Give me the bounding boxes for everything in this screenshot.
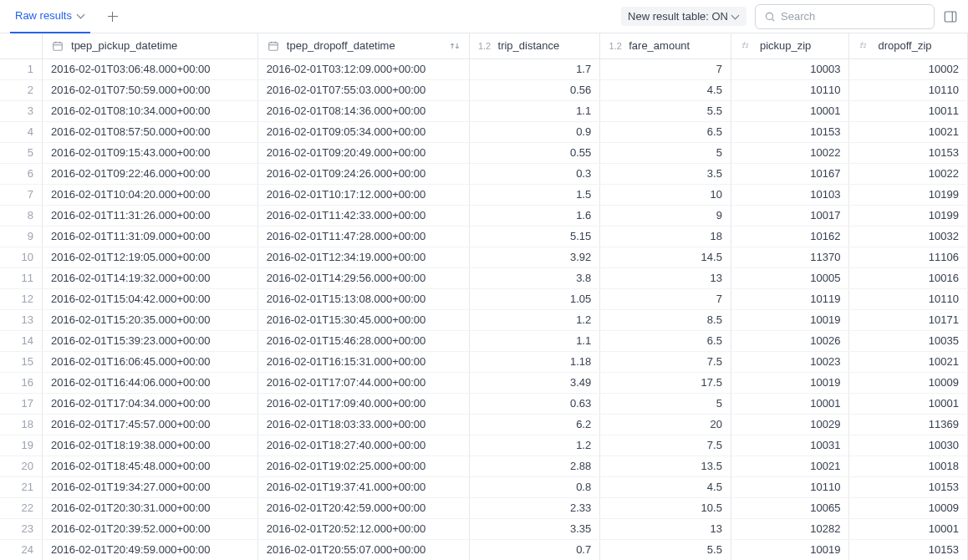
table-row[interactable]: 52016-02-01T09:15:43.000+00:002016-02-01… xyxy=(0,142,968,163)
table-row[interactable]: 152016-02-01T16:06:45.000+00:002016-02-0… xyxy=(0,351,968,372)
cell-dropoff-dt: 2016-02-01T11:42:33.000+00:00 xyxy=(257,205,469,226)
cell-dropoff-zip: 10030 xyxy=(849,435,968,456)
col-header-pickup-dt[interactable]: tpep_pickup_datetime xyxy=(43,33,258,59)
cell-index: 10 xyxy=(0,247,43,267)
table-row[interactable]: 202016-02-01T18:45:48.000+00:002016-02-0… xyxy=(0,456,968,476)
cell-index: 12 xyxy=(0,288,43,309)
cell-dropoff-dt: 2016-02-01T12:34:19.000+00:00 xyxy=(257,247,469,267)
header-row: tpep_pickup_datetime tpep_dropoff_dateti… xyxy=(0,33,968,59)
table-row[interactable]: 192016-02-01T18:19:38.000+00:002016-02-0… xyxy=(0,435,968,456)
cell-trip-distance: 3.92 xyxy=(469,247,600,267)
cell-pickup-zip: 10119 xyxy=(731,288,849,309)
cell-pickup-zip: 10021 xyxy=(731,456,849,476)
table-row[interactable]: 132016-02-01T15:20:35.000+00:002016-02-0… xyxy=(0,309,968,330)
cell-fare-amount: 5.5 xyxy=(600,100,731,121)
cell-fare-amount: 7 xyxy=(600,59,731,79)
cell-index: 15 xyxy=(0,351,43,372)
table-row[interactable]: 12016-02-01T03:06:48.000+00:002016-02-01… xyxy=(0,59,968,79)
cell-fare-amount: 13.5 xyxy=(600,456,731,476)
cell-trip-distance: 1.7 xyxy=(469,59,600,79)
table-row[interactable]: 232016-02-01T20:39:52.000+00:002016-02-0… xyxy=(0,518,968,539)
cell-pickup-dt: 2016-02-01T09:15:43.000+00:00 xyxy=(43,142,258,163)
cell-fare-amount: 6.5 xyxy=(600,121,731,142)
col-header-dropoff-dt[interactable]: tpep_dropoff_datetime xyxy=(257,33,469,59)
cell-dropoff-zip: 10171 xyxy=(849,309,968,330)
table-row[interactable]: 32016-02-01T08:10:34.000+00:002016-02-01… xyxy=(0,100,968,121)
cell-dropoff-dt: 2016-02-01T16:15:31.000+00:00 xyxy=(257,351,469,372)
table-row[interactable]: 112016-02-01T14:19:32.000+00:002016-02-0… xyxy=(0,267,968,288)
cell-dropoff-dt: 2016-02-01T15:30:45.000+00:00 xyxy=(257,309,469,330)
cell-trip-distance: 3.35 xyxy=(469,518,600,539)
cell-pickup-zip: 10026 xyxy=(731,330,849,351)
cell-dropoff-dt: 2016-02-01T15:13:08.000+00:00 xyxy=(257,288,469,309)
cell-index: 13 xyxy=(0,309,43,330)
cell-fare-amount: 10.5 xyxy=(600,497,731,518)
cell-pickup-dt: 2016-02-01T09:22:46.000+00:00 xyxy=(43,163,258,184)
cell-trip-distance: 0.56 xyxy=(469,79,600,100)
table-row[interactable]: 162016-02-01T16:44:06.000+00:002016-02-0… xyxy=(0,372,968,393)
cell-index: 19 xyxy=(0,435,43,456)
search-box[interactable] xyxy=(755,4,935,29)
search-input[interactable] xyxy=(781,10,925,23)
cell-pickup-dt: 2016-02-01T16:44:06.000+00:00 xyxy=(43,372,258,393)
cell-pickup-zip: 10065 xyxy=(731,497,849,518)
result-table-scroll[interactable]: tpep_pickup_datetime tpep_dropoff_dateti… xyxy=(0,33,968,560)
plus-icon[interactable] xyxy=(107,11,119,23)
table-row[interactable]: 42016-02-01T08:57:50.000+00:002016-02-01… xyxy=(0,121,968,142)
table-row[interactable]: 62016-02-01T09:22:46.000+00:002016-02-01… xyxy=(0,163,968,184)
table-row[interactable]: 212016-02-01T19:34:27.000+00:002016-02-0… xyxy=(0,476,968,497)
col-header-dropoff-zip[interactable]: 12 dropoff_zip xyxy=(849,33,968,59)
chevron-down-icon xyxy=(731,13,740,21)
col-header-pickup-zip[interactable]: 12 pickup_zip xyxy=(731,33,849,59)
cell-pickup-dt: 2016-02-01T14:19:32.000+00:00 xyxy=(43,267,258,288)
cell-dropoff-zip: 10009 xyxy=(849,372,968,393)
cell-trip-distance: 2.88 xyxy=(469,456,600,476)
cell-fare-amount: 20 xyxy=(600,414,731,435)
cell-pickup-dt: 2016-02-01T18:19:38.000+00:00 xyxy=(43,435,258,456)
cell-pickup-dt: 2016-02-01T19:34:27.000+00:00 xyxy=(43,476,258,497)
tab-raw-results[interactable]: Raw results xyxy=(10,0,90,33)
table-row[interactable]: 82016-02-01T11:31:26.000+00:002016-02-01… xyxy=(0,205,968,226)
cell-index: 7 xyxy=(0,184,43,205)
cell-pickup-dt: 2016-02-01T17:04:34.000+00:00 xyxy=(43,393,258,414)
cell-pickup-dt: 2016-02-01T10:04:20.000+00:00 xyxy=(43,184,258,205)
table-row[interactable]: 182016-02-01T17:45:57.000+00:002016-02-0… xyxy=(0,414,968,435)
cell-fare-amount: 6.5 xyxy=(600,330,731,351)
cell-dropoff-zip: 10002 xyxy=(849,59,968,79)
cell-pickup-dt: 2016-02-01T18:45:48.000+00:00 xyxy=(43,456,258,476)
table-row[interactable]: 172016-02-01T17:04:34.000+00:002016-02-0… xyxy=(0,393,968,414)
col-header-trip-distance[interactable]: 1.2 trip_distance xyxy=(469,33,600,59)
result-table-toggle[interactable]: New result table: ON xyxy=(621,7,746,26)
table-row[interactable]: 142016-02-01T15:39:23.000+00:002016-02-0… xyxy=(0,330,968,351)
table-row[interactable]: 222016-02-01T20:30:31.000+00:002016-02-0… xyxy=(0,497,968,518)
col-header-index[interactable] xyxy=(0,33,43,59)
cell-index: 9 xyxy=(0,226,43,247)
panel-toggle-icon[interactable] xyxy=(943,9,958,24)
cell-trip-distance: 1.1 xyxy=(469,100,600,121)
col-header-fare-amount[interactable]: 1.2 fare_amount xyxy=(600,33,731,59)
col-label: tpep_pickup_datetime xyxy=(71,39,177,52)
cell-pickup-dt: 2016-02-01T03:06:48.000+00:00 xyxy=(43,59,258,79)
table-row[interactable]: 22016-02-01T07:50:59.000+00:002016-02-01… xyxy=(0,79,968,100)
cell-index: 3 xyxy=(0,100,43,121)
table-row[interactable]: 242016-02-01T20:49:59.000+00:002016-02-0… xyxy=(0,539,968,560)
sort-icon[interactable] xyxy=(449,40,461,52)
cell-dropoff-zip: 10009 xyxy=(849,497,968,518)
cell-pickup-zip: 10019 xyxy=(731,539,849,560)
cell-trip-distance: 1.05 xyxy=(469,288,600,309)
table-row[interactable]: 102016-02-01T12:19:05.000+00:002016-02-0… xyxy=(0,247,968,267)
tab-label: Raw results xyxy=(15,9,72,22)
chevron-down-icon[interactable] xyxy=(77,12,85,20)
cell-index: 21 xyxy=(0,476,43,497)
cell-trip-distance: 6.2 xyxy=(469,414,600,435)
cell-pickup-zip: 10167 xyxy=(731,163,849,184)
table-row[interactable]: 92016-02-01T11:31:09.000+00:002016-02-01… xyxy=(0,226,968,247)
cell-dropoff-dt: 2016-02-01T18:27:40.000+00:00 xyxy=(257,435,469,456)
cell-fare-amount: 17.5 xyxy=(600,372,731,393)
table-row[interactable]: 122016-02-01T15:04:42.000+00:002016-02-0… xyxy=(0,288,968,309)
cell-trip-distance: 0.9 xyxy=(469,121,600,142)
table-row[interactable]: 72016-02-01T10:04:20.000+00:002016-02-01… xyxy=(0,184,968,205)
cell-dropoff-zip: 10110 xyxy=(849,79,968,100)
cell-dropoff-zip: 10021 xyxy=(849,121,968,142)
cell-pickup-zip: 10031 xyxy=(731,435,849,456)
